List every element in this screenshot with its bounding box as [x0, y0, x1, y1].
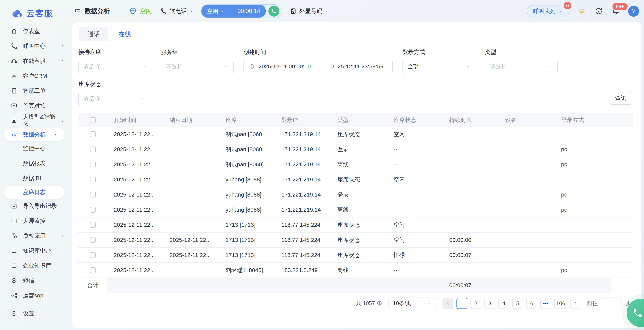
row-checkbox[interactable] — [90, 192, 96, 198]
chat-status[interactable]: 空闲 — [128, 7, 152, 16]
agent-log-table: 开始时间结束日期座席登录IP类型座席状态持续时长设备登录方式 2025-12-1… — [78, 113, 633, 292]
page-button-106[interactable]: 106 — [554, 298, 567, 309]
tab-calls[interactable]: 通话 — [79, 27, 108, 41]
sidebar-item[interactable]: 数据分析 — [4, 128, 64, 141]
goto-page-input[interactable] — [602, 298, 622, 309]
filter-label: 登录方式 — [402, 48, 475, 56]
cell-start: 2025-12-11 22... — [107, 146, 163, 152]
chevron-down-icon — [548, 64, 553, 69]
robot-icon — [10, 117, 18, 124]
page-button-5[interactable]: 5 — [512, 298, 523, 309]
column-header: 设备 — [499, 116, 555, 124]
sync-icon[interactable] — [594, 6, 603, 16]
row-checkbox-cell — [78, 162, 107, 167]
sidebar-item[interactable]: 首页对接 — [0, 98, 71, 113]
monitor-icon — [10, 102, 18, 109]
cell-ip: 171.221.219.14 — [275, 176, 331, 183]
row-checkbox[interactable] — [90, 252, 96, 258]
sidebar-item[interactable]: 数据 BI — [0, 171, 71, 186]
page-button-3[interactable]: 3 — [484, 298, 495, 309]
row-checkbox[interactable] — [90, 132, 96, 137]
call-queue-button[interactable]: 呼叫队列 0 — [527, 5, 569, 17]
cell-login: pc — [555, 192, 610, 198]
filter-field: 服务组请选择 — [161, 41, 234, 73]
page-size-select[interactable]: 10条/页 — [388, 298, 436, 309]
page-button-6[interactable]: 6 — [526, 298, 537, 309]
collapse-sidebar-icon[interactable] — [74, 7, 82, 15]
tab-online[interactable]: 在线 — [110, 27, 139, 41]
search-button[interactable]: 查询 — [610, 92, 632, 104]
footer-total-duration: 00:00:07 — [443, 278, 499, 292]
sidebar-item[interactable]: 监控中心 — [0, 141, 71, 156]
cell-agent: 测试pan [8060] — [219, 161, 275, 168]
call-button[interactable] — [268, 6, 279, 16]
table-row: 2025-12-11 22...2025-12-11 22...1713 [17… — [78, 232, 633, 248]
row-checkbox[interactable] — [90, 207, 96, 212]
select-value: 请选择 — [490, 63, 507, 70]
table-header: 开始时间结束日期座席登录IP类型座席状态持续时长设备登录方式 — [78, 113, 633, 127]
row-checkbox[interactable] — [90, 237, 96, 243]
network-wifi-icon[interactable] — [577, 6, 586, 16]
filter-select[interactable]: 全部 — [402, 60, 475, 73]
sidebar-item[interactable]: 质检应用 — [0, 228, 71, 243]
select-all-checkbox[interactable] — [90, 117, 96, 123]
gear-icon — [10, 310, 18, 317]
filter-select[interactable]: 请选择 — [78, 92, 151, 105]
sidebar-item[interactable]: 智慧工单 — [0, 84, 71, 98]
filter-select[interactable]: 请选择 — [485, 60, 558, 73]
table-row: 2025-12-11 22...2025-12-11 22...1713 [17… — [78, 248, 633, 263]
sidebar-item[interactable]: 运营sop — [0, 288, 71, 303]
user-avatar[interactable]: Y — [628, 6, 639, 16]
filter-label: 创建时间 — [244, 48, 393, 56]
softphone-menu[interactable]: 软电话 — [160, 7, 194, 15]
cell-status: -- — [387, 206, 443, 213]
sidebar-item[interactable]: 在线客服 — [0, 54, 71, 68]
table-row: 2025-12-11 22...刘璐瑶1 [8045]183.221.8.249… — [78, 263, 633, 278]
topbar: 数据分析 空闲 软电话 空闲 00:00:14 外显号码 — [71, 0, 644, 22]
sidebar-item[interactable]: 导入导出记录 — [0, 198, 71, 214]
cell-status: 空闲 — [387, 176, 443, 184]
row-checkbox[interactable] — [90, 146, 96, 152]
chevron-down-icon — [141, 96, 146, 101]
sidebar-item[interactable]: 呼叫中心 — [0, 39, 71, 54]
filter-select[interactable]: 请选择 — [161, 60, 234, 73]
outbound-number-menu[interactable]: 外显号码 — [290, 7, 329, 15]
agent-status-dropdown[interactable]: 空闲 00:00:14 — [201, 5, 266, 18]
cell-ip: 171.221.219.14 — [275, 146, 331, 152]
brand-logo[interactable]: 云客服 — [0, 0, 71, 21]
prev-page-button[interactable] — [442, 298, 454, 309]
row-checkbox[interactable] — [90, 222, 96, 228]
chevron-down-icon — [54, 132, 59, 137]
cell-status: -- — [387, 267, 443, 273]
notification-bell-icon[interactable]: 99+ — [611, 6, 620, 16]
agent-status-pill: 空闲 00:00:14 — [201, 4, 282, 18]
table-row: 2025-12-11 22...测试pan [8060]171.221.219.… — [78, 127, 633, 142]
date-range-picker[interactable]: 2025-12-11 00:00:00–2025-12-11 23:59:59 — [244, 60, 393, 73]
softphone-label: 软电话 — [170, 7, 187, 15]
page-button-1[interactable]: 1 — [456, 298, 468, 309]
sidebar-item[interactable]: 客户CRM — [0, 68, 71, 84]
sidebar-item[interactable]: 设置 — [0, 306, 71, 321]
filter-select[interactable]: 请选择 — [78, 60, 151, 73]
sidebar-item[interactable]: 大模型&智能体 — [0, 113, 71, 128]
row-checkbox[interactable] — [90, 162, 96, 167]
next-page-button[interactable] — [570, 298, 581, 309]
page-button-4[interactable]: 4 — [498, 298, 509, 309]
row-checkbox[interactable] — [90, 267, 96, 273]
page-button-2[interactable]: 2 — [470, 298, 482, 309]
sidebar-item[interactable]: 仪表盘 — [0, 24, 71, 39]
sidebar-item[interactable]: 知识库中台 — [0, 243, 71, 258]
sidebar-item[interactable]: 座席日志 — [4, 186, 64, 198]
sidebar-item[interactable]: 大屏监控 — [0, 214, 71, 228]
chevron-down-icon — [427, 301, 432, 306]
more-pages-button[interactable]: ••• — [540, 298, 551, 309]
chevron-right-icon — [60, 59, 65, 64]
sidebar-item[interactable]: 数据报表 — [0, 156, 71, 171]
cell-type: 座席状态 — [331, 236, 387, 244]
table-footer-row: 合计00:00:07 — [78, 278, 633, 292]
shield-icon — [10, 232, 18, 240]
sidebar-item[interactable]: 企业知识库 — [0, 258, 71, 273]
row-checkbox[interactable] — [90, 177, 96, 182]
sidebar-item[interactable]: 短信 — [0, 273, 71, 288]
sidebar-item-label: 数据报表 — [23, 160, 46, 167]
